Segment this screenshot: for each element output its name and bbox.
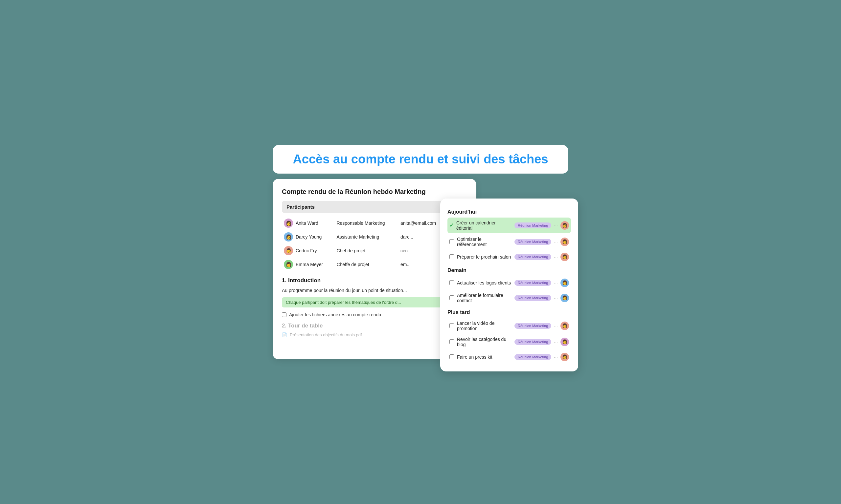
- task-badge: Réunion Marketing: [514, 239, 551, 245]
- intro-title: 1. Introduction: [282, 277, 467, 284]
- task-label: Actualiser les logos clients: [457, 280, 512, 286]
- task-group: Demain Actualiser les logos clients Réun…: [447, 264, 571, 306]
- participant-row: 👩Darcy YoungAssistante Marketingdarc...: [282, 230, 467, 244]
- annex-checkbox[interactable]: [282, 312, 287, 317]
- task-badge: Réunion Marketing: [514, 222, 551, 228]
- task-group: Plus tard Lancer la vidéo de promotion R…: [447, 306, 571, 364]
- participant-email: darc...: [398, 230, 447, 244]
- task-checkbox[interactable]: [449, 323, 454, 328]
- task-badge: Réunion Marketing: [514, 339, 551, 345]
- task-badge: Réunion Marketing: [514, 323, 551, 329]
- task-row[interactable]: Préparer le prochain salon Réunion Marke…: [447, 250, 571, 264]
- task-avatar: 👩: [561, 237, 569, 246]
- participant-name: Anita Ward: [296, 220, 318, 226]
- participant-email: cec...: [398, 244, 447, 257]
- task-label: Préparer le prochain salon: [457, 254, 512, 259]
- participant-row: 👩Emma MeyerCheffe de projetem...: [282, 257, 467, 271]
- task-group-header: Aujourd'hui: [447, 206, 571, 218]
- task-group: Aujourd'hui ✓ Créer un calendrier éditor…: [447, 206, 571, 264]
- participant-role: Cheffe de projet: [334, 257, 398, 271]
- task-label: Revoir les catégories du blog: [457, 337, 512, 347]
- task-avatar: 👩: [561, 278, 569, 287]
- task-checkbox[interactable]: [449, 339, 454, 344]
- participant-email: anita@email.com: [398, 216, 447, 230]
- participant-row: 👨Cedric FryChef de projetcec...: [282, 244, 467, 257]
- task-checkbox[interactable]: [449, 295, 454, 300]
- task-row[interactable]: Revoir les catégories du blog Réunion Ma…: [447, 334, 571, 350]
- page-title: Accès au compte rendu et suivi des tâche…: [283, 152, 558, 166]
- task-badge: Réunion Marketing: [514, 354, 551, 360]
- task-dots-icon[interactable]: ···: [554, 354, 558, 360]
- task-row[interactable]: Optimiser le référencement Réunion Marke…: [447, 234, 571, 250]
- task-dots-icon[interactable]: ···: [554, 254, 558, 259]
- avatar: 👨: [284, 246, 293, 255]
- participant-role: Responsable Marketing: [334, 216, 398, 230]
- title-banner: Accès au compte rendu et suivi des tâche…: [273, 145, 568, 174]
- task-dots-icon[interactable]: ···: [554, 280, 558, 286]
- task-group-header: Plus tard: [447, 306, 571, 318]
- participant-row: 👩Anita WardResponsable Marketinganita@em…: [282, 216, 467, 230]
- task-label: Créer un calendrier éditorial: [456, 220, 512, 231]
- avatar: 👩: [284, 218, 293, 228]
- intro-text: Au programme pour la réunion du jour, un…: [282, 287, 467, 294]
- panels-container: Compte rendu de la Réunion hebdo Marketi…: [273, 179, 568, 359]
- participant-name: Darcy Young: [296, 234, 322, 239]
- pdf-icon: 📄: [282, 332, 287, 337]
- outer-container: Accès au compte rendu et suivi des tâche…: [273, 145, 568, 359]
- participants-header: Participants: [282, 201, 467, 213]
- task-group-header: Demain: [447, 264, 571, 276]
- avatar: 👩: [284, 260, 293, 269]
- task-checkbox[interactable]: [449, 254, 454, 259]
- participants-table: 👩Anita WardResponsable Marketinganita@em…: [282, 216, 467, 271]
- left-panel-heading: Compte rendu de la Réunion hebdo Marketi…: [282, 188, 467, 196]
- task-checkbox[interactable]: [449, 280, 454, 285]
- task-checkbox[interactable]: [449, 239, 454, 244]
- task-avatar: 👩: [561, 253, 569, 261]
- participant-role: Chef de projet: [334, 244, 398, 257]
- right-panel: Aujourd'hui ✓ Créer un calendrier éditor…: [440, 199, 578, 372]
- task-avatar: 👩: [561, 322, 569, 330]
- check-icon: ✓: [449, 222, 454, 228]
- task-checkbox[interactable]: [449, 354, 454, 359]
- participant-email: em...: [398, 257, 447, 271]
- task-row[interactable]: Lancer la vidéo de promotion Réunion Mar…: [447, 318, 571, 334]
- task-dots-icon[interactable]: ···: [554, 323, 558, 328]
- task-avatar: 👩: [561, 294, 569, 302]
- task-badge: Réunion Marketing: [514, 280, 551, 286]
- avatar: 👩: [284, 232, 293, 241]
- task-row[interactable]: Améliorer le formulaire contact Réunion …: [447, 290, 571, 306]
- pdf-label: Présentation des objectifs du mois.pdf: [290, 332, 362, 337]
- task-label: Améliorer le formulaire contact: [457, 293, 512, 303]
- participant-name: Emma Meyer: [296, 262, 323, 267]
- participant-name: Cedric Fry: [296, 248, 317, 253]
- task-avatar: 👩: [561, 221, 569, 230]
- task-row[interactable]: ✓ Créer un calendrier éditorial Réunion …: [447, 218, 571, 233]
- highlight-text: Chaque partipant doit préparer les théma…: [282, 297, 467, 307]
- pdf-file: 📄 Présentation des objectifs du mois.pdf: [282, 332, 467, 337]
- participant-role: Assistante Marketing: [334, 230, 398, 244]
- task-dots-icon[interactable]: ···: [554, 295, 558, 301]
- task-dots-icon[interactable]: ···: [554, 339, 558, 344]
- tour-title: 2. Tour de table: [282, 323, 467, 329]
- task-badge: Réunion Marketing: [514, 295, 551, 301]
- task-badge: Réunion Marketing: [514, 254, 551, 260]
- task-row[interactable]: Actualiser les logos clients Réunion Mar…: [447, 276, 571, 290]
- task-label: Lancer la vidéo de promotion: [457, 321, 512, 331]
- task-dots-icon[interactable]: ···: [554, 223, 558, 228]
- task-avatar: 👩: [561, 353, 569, 361]
- task-label: Optimiser le référencement: [457, 237, 512, 247]
- task-avatar: 👩: [561, 338, 569, 346]
- task-dots-icon[interactable]: ···: [554, 239, 558, 245]
- checkbox-label: Ajouter les fichiers annexes au compte r…: [289, 312, 381, 317]
- checkbox-row[interactable]: Ajouter les fichiers annexes au compte r…: [282, 312, 467, 317]
- task-label: Faire un press kit: [457, 354, 512, 360]
- task-row[interactable]: Faire un press kit Réunion Marketing ···…: [447, 350, 571, 364]
